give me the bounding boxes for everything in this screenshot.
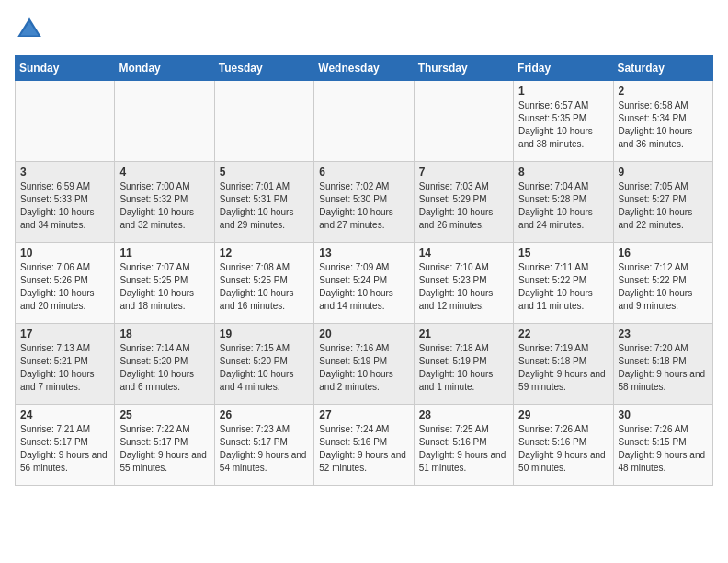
day-number: 13 (319, 247, 408, 259)
weekday-header: Friday (514, 56, 613, 81)
day-info: Sunrise: 7:21 AM Sunset: 5:17 PM Dayligh… (20, 423, 109, 475)
calendar-cell: 10Sunrise: 7:06 AM Sunset: 5:26 PM Dayli… (16, 243, 115, 324)
logo-icon (15, 15, 44, 44)
day-number: 29 (518, 408, 608, 421)
day-info: Sunrise: 7:22 AM Sunset: 5:17 PM Dayligh… (119, 423, 209, 475)
day-info: Sunrise: 7:14 AM Sunset: 5:20 PM Dayligh… (119, 342, 209, 394)
calendar-cell: 26Sunrise: 7:23 AM Sunset: 5:17 PM Dayli… (214, 405, 313, 486)
day-number: 22 (518, 327, 608, 340)
day-info: Sunrise: 7:23 AM Sunset: 5:17 PM Dayligh… (220, 423, 309, 475)
day-info: Sunrise: 7:15 AM Sunset: 5:20 PM Dayligh… (220, 342, 309, 394)
day-info: Sunrise: 7:26 AM Sunset: 5:15 PM Dayligh… (619, 423, 708, 475)
weekday-header: Saturday (613, 56, 712, 81)
day-number: 6 (319, 166, 408, 178)
page-header (15, 15, 713, 44)
day-number: 11 (119, 247, 209, 259)
calendar-cell: 4Sunrise: 7:00 AM Sunset: 5:32 PM Daylig… (115, 162, 214, 243)
day-number: 23 (619, 327, 708, 340)
day-number: 18 (119, 327, 209, 340)
day-number: 15 (518, 247, 608, 259)
calendar-cell (115, 81, 214, 162)
calendar-cell (414, 81, 513, 162)
day-number: 28 (419, 408, 508, 421)
calendar-cell: 12Sunrise: 7:08 AM Sunset: 5:25 PM Dayli… (214, 243, 313, 324)
calendar-cell: 9Sunrise: 7:05 AM Sunset: 5:27 PM Daylig… (613, 162, 712, 243)
calendar-row: 3Sunrise: 6:59 AM Sunset: 5:33 PM Daylig… (16, 162, 713, 243)
day-number: 1 (518, 85, 608, 98)
weekday-header-row: SundayMondayTuesdayWednesdayThursdayFrid… (16, 56, 713, 81)
day-number: 9 (619, 166, 708, 178)
day-number: 16 (619, 247, 708, 259)
calendar-cell: 14Sunrise: 7:10 AM Sunset: 5:23 PM Dayli… (414, 243, 513, 324)
calendar-cell: 1Sunrise: 6:57 AM Sunset: 5:35 PM Daylig… (514, 81, 613, 162)
day-info: Sunrise: 7:20 AM Sunset: 5:18 PM Dayligh… (619, 342, 708, 394)
day-info: Sunrise: 7:04 AM Sunset: 5:28 PM Dayligh… (518, 180, 608, 232)
day-info: Sunrise: 7:03 AM Sunset: 5:29 PM Dayligh… (419, 180, 508, 232)
calendar-table: SundayMondayTuesdayWednesdayThursdayFrid… (15, 55, 713, 486)
day-info: Sunrise: 7:07 AM Sunset: 5:25 PM Dayligh… (119, 261, 209, 313)
calendar-cell: 3Sunrise: 6:59 AM Sunset: 5:33 PM Daylig… (16, 162, 115, 243)
calendar-cell: 18Sunrise: 7:14 AM Sunset: 5:20 PM Dayli… (115, 324, 214, 405)
day-info: Sunrise: 7:13 AM Sunset: 5:21 PM Dayligh… (20, 342, 109, 394)
calendar-cell: 11Sunrise: 7:07 AM Sunset: 5:25 PM Dayli… (115, 243, 214, 324)
day-info: Sunrise: 7:00 AM Sunset: 5:32 PM Dayligh… (119, 180, 209, 232)
calendar-cell: 25Sunrise: 7:22 AM Sunset: 5:17 PM Dayli… (115, 405, 214, 486)
day-number: 21 (419, 327, 508, 340)
calendar-cell: 28Sunrise: 7:25 AM Sunset: 5:16 PM Dayli… (414, 405, 513, 486)
calendar-cell (16, 81, 115, 162)
day-info: Sunrise: 7:16 AM Sunset: 5:19 PM Dayligh… (319, 342, 408, 394)
calendar-cell: 2Sunrise: 6:58 AM Sunset: 5:34 PM Daylig… (613, 81, 712, 162)
calendar-cell: 5Sunrise: 7:01 AM Sunset: 5:31 PM Daylig… (214, 162, 313, 243)
calendar-cell: 16Sunrise: 7:12 AM Sunset: 5:22 PM Dayli… (613, 243, 712, 324)
day-info: Sunrise: 7:09 AM Sunset: 5:24 PM Dayligh… (319, 261, 408, 313)
day-number: 26 (220, 408, 309, 421)
weekday-header: Wednesday (314, 56, 414, 81)
day-info: Sunrise: 7:11 AM Sunset: 5:22 PM Dayligh… (518, 261, 608, 313)
day-info: Sunrise: 7:25 AM Sunset: 5:16 PM Dayligh… (419, 423, 508, 475)
day-info: Sunrise: 7:08 AM Sunset: 5:25 PM Dayligh… (220, 261, 309, 313)
day-number: 17 (20, 327, 109, 340)
logo (15, 15, 48, 44)
day-number: 20 (319, 327, 408, 340)
day-number: 25 (119, 408, 209, 421)
day-info: Sunrise: 7:19 AM Sunset: 5:18 PM Dayligh… (518, 342, 608, 394)
day-info: Sunrise: 7:12 AM Sunset: 5:22 PM Dayligh… (619, 261, 708, 313)
calendar-cell: 15Sunrise: 7:11 AM Sunset: 5:22 PM Dayli… (514, 243, 613, 324)
day-info: Sunrise: 7:01 AM Sunset: 5:31 PM Dayligh… (220, 180, 309, 232)
day-info: Sunrise: 6:58 AM Sunset: 5:34 PM Dayligh… (619, 99, 708, 151)
day-info: Sunrise: 7:24 AM Sunset: 5:16 PM Dayligh… (319, 423, 408, 475)
weekday-header: Thursday (414, 56, 513, 81)
day-number: 19 (220, 327, 309, 340)
calendar-cell (214, 81, 313, 162)
day-number: 4 (119, 166, 209, 178)
day-number: 8 (518, 166, 608, 178)
calendar-row: 17Sunrise: 7:13 AM Sunset: 5:21 PM Dayli… (16, 324, 713, 405)
calendar-cell: 27Sunrise: 7:24 AM Sunset: 5:16 PM Dayli… (314, 405, 414, 486)
day-number: 7 (419, 166, 508, 178)
day-info: Sunrise: 7:06 AM Sunset: 5:26 PM Dayligh… (20, 261, 109, 313)
calendar-cell: 21Sunrise: 7:18 AM Sunset: 5:19 PM Dayli… (414, 324, 513, 405)
day-info: Sunrise: 7:10 AM Sunset: 5:23 PM Dayligh… (419, 261, 508, 313)
calendar-cell: 19Sunrise: 7:15 AM Sunset: 5:20 PM Dayli… (214, 324, 313, 405)
day-number: 14 (419, 247, 508, 259)
calendar-cell (314, 81, 414, 162)
calendar-cell: 8Sunrise: 7:04 AM Sunset: 5:28 PM Daylig… (514, 162, 613, 243)
day-info: Sunrise: 7:26 AM Sunset: 5:16 PM Dayligh… (518, 423, 608, 475)
weekday-header: Sunday (16, 56, 115, 81)
weekday-header: Monday (115, 56, 214, 81)
calendar-cell: 24Sunrise: 7:21 AM Sunset: 5:17 PM Dayli… (16, 405, 115, 486)
day-info: Sunrise: 6:59 AM Sunset: 5:33 PM Dayligh… (20, 180, 109, 232)
day-number: 12 (220, 247, 309, 259)
calendar-cell: 13Sunrise: 7:09 AM Sunset: 5:24 PM Dayli… (314, 243, 414, 324)
day-number: 10 (20, 247, 109, 259)
day-info: Sunrise: 7:18 AM Sunset: 5:19 PM Dayligh… (419, 342, 508, 394)
day-info: Sunrise: 6:57 AM Sunset: 5:35 PM Dayligh… (518, 99, 608, 151)
calendar-cell: 6Sunrise: 7:02 AM Sunset: 5:30 PM Daylig… (314, 162, 414, 243)
weekday-header: Tuesday (214, 56, 313, 81)
day-number: 3 (20, 166, 109, 178)
day-number: 2 (619, 85, 708, 98)
calendar-cell: 20Sunrise: 7:16 AM Sunset: 5:19 PM Dayli… (314, 324, 414, 405)
calendar-cell: 7Sunrise: 7:03 AM Sunset: 5:29 PM Daylig… (414, 162, 513, 243)
calendar-row: 24Sunrise: 7:21 AM Sunset: 5:17 PM Dayli… (16, 405, 713, 486)
calendar-cell: 30Sunrise: 7:26 AM Sunset: 5:15 PM Dayli… (613, 405, 712, 486)
